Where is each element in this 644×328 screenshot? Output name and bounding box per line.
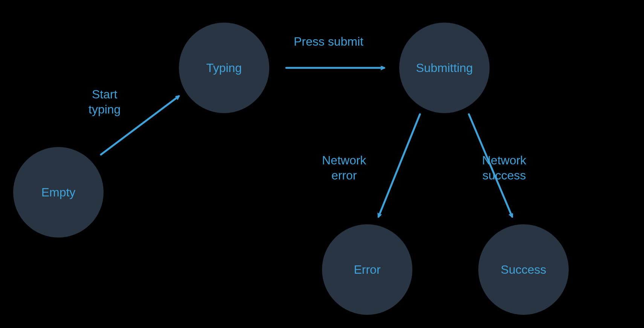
transition-label-network-error: Network error — [322, 138, 366, 183]
state-node-error: Error — [322, 224, 412, 315]
transition-text: Press submit — [294, 35, 363, 48]
state-label: Typing — [206, 61, 242, 75]
state-node-submitting: Submitting — [399, 23, 490, 113]
transition-text: Start typing — [89, 87, 121, 116]
state-label: Empty — [41, 185, 76, 199]
transition-label-network-success: Network success — [482, 138, 526, 183]
transition-label-start-typing: Start typing — [89, 72, 121, 117]
transition-text: Network success — [482, 153, 526, 182]
transition-label-press-submit: Press submit — [294, 34, 363, 49]
transition-text: Network error — [322, 153, 366, 182]
state-node-empty: Empty — [13, 147, 104, 238]
state-node-success: Success — [478, 224, 569, 315]
state-node-typing: Typing — [179, 23, 269, 113]
state-label: Success — [501, 263, 546, 277]
state-label: Submitting — [416, 61, 473, 75]
arrow-network-error — [378, 114, 420, 217]
state-label: Error — [354, 263, 380, 277]
